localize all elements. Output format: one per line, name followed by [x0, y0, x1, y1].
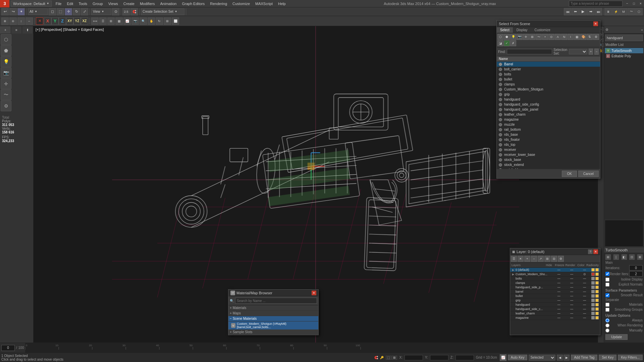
create-shapes-btn[interactable]: ⬟ — [1, 45, 11, 56]
menu-graph-editors[interactable]: Graph Editors — [179, 0, 207, 7]
smooth-result-check[interactable] — [605, 293, 609, 297]
ss-shape-btn[interactable]: ⬟ — [504, 34, 510, 40]
when-rendering-radio[interactable] — [605, 323, 609, 327]
menu-help[interactable]: Help — [275, 0, 288, 7]
prop-btn-3[interactable]: ◧ — [622, 254, 627, 260]
always-radio[interactable] — [605, 318, 609, 322]
render-iters-check[interactable] — [605, 272, 609, 276]
close-button[interactable]: × — [638, 1, 644, 7]
mat-section-materials[interactable]: + Materials — [228, 305, 318, 311]
axis-yz-btn[interactable]: YZ — [73, 17, 81, 25]
layer-item-clamps[interactable]: clamps — — — — [510, 281, 600, 285]
ss-bone-btn[interactable]: ⊙ — [548, 34, 554, 40]
layer-manager-btn[interactable]: ▦ — [115, 17, 123, 25]
ss-select-btn[interactable]: ✓ — [504, 40, 510, 46]
layer-item-custom-shotgun[interactable]: ▶ Custom_Modern_Sho... — — ⊙ — [510, 272, 600, 277]
sidebar-tab-modify[interactable]: ≡ — [11, 26, 22, 34]
scene-item-custom-shotgun[interactable]: Custom_Modern_Shotgun — [497, 87, 600, 92]
scene-item-receiver-lower[interactable]: receiver_lower_base — [497, 152, 600, 157]
material-browser-close[interactable]: ✕ — [312, 291, 316, 295]
create-lights-btn[interactable]: 💡 — [1, 56, 11, 67]
menu-rendering[interactable]: Rendering — [207, 0, 230, 7]
layers-settings-btn[interactable]: ⚙ — [558, 256, 564, 262]
create-geometry-btn[interactable]: ⬡ — [1, 34, 11, 45]
curve-editor-btn[interactable]: 〜 — [628, 8, 635, 15]
next-key-btn[interactable]: ▶ — [564, 355, 570, 361]
create-spacewarps-btn[interactable]: 〜 — [1, 89, 11, 100]
next-frame-btn[interactable]: ➡ — [587, 8, 594, 15]
x-coord[interactable] — [405, 355, 423, 360]
ss-none-btn[interactable]: N — [561, 34, 567, 40]
menu-edit[interactable]: Edit — [64, 0, 76, 7]
selection-set-dropdown[interactable]: Create Selection Set ▼ — [141, 8, 184, 15]
select-tab-customize[interactable]: Customize — [531, 27, 554, 33]
layers-select-btn[interactable]: ↗ — [538, 256, 544, 262]
scale-btn[interactable]: ⤢ — [81, 8, 88, 15]
object-name-field[interactable] — [605, 35, 643, 41]
scene-item-rds-fixator[interactable]: rds_fixator — [497, 137, 600, 142]
quick-render-btn[interactable]: ⚡ — [612, 8, 620, 15]
render-setup-btn[interactable]: 🖥 — [604, 8, 612, 15]
layers-delete-btn[interactable]: ✕ — [518, 256, 524, 262]
layers-add-btn[interactable]: + — [524, 256, 530, 262]
layers-expand-btn[interactable]: ⊞ — [544, 256, 550, 262]
layer-item-handguard[interactable]: handguard — — — — [510, 303, 600, 307]
prop-btn-5[interactable]: ⊠ — [637, 254, 643, 260]
view-dropdown[interactable]: View ▼ — [91, 8, 111, 15]
capture-btn[interactable]: 📷 — [131, 17, 139, 25]
menu-animation[interactable]: Animation — [158, 0, 179, 7]
find-input[interactable] — [507, 49, 552, 54]
select-scene-dialog-header[interactable]: Select From Scene ✕ — [497, 20, 600, 27]
viewport-nav-btn1[interactable]: ⊕ — [1, 17, 9, 25]
scene-item-stock-base[interactable]: stock_base — [497, 157, 600, 162]
select-tab-select[interactable]: Select — [497, 27, 513, 33]
go-end-btn[interactable]: ⏭ — [595, 8, 602, 15]
magnify-btn[interactable]: 🔍 — [140, 17, 147, 25]
rotate-view-btn[interactable]: ↻ — [156, 17, 163, 25]
ss-icon-btn[interactable]: ◪ — [497, 40, 503, 46]
schematic-view-btn[interactable]: ⬡ — [635, 8, 643, 15]
scene-item-magazine[interactable]: magazine — [497, 117, 600, 122]
mat-active-item[interactable]: V Custom_Modern_Shotgun (VRayMtl) [barre… — [228, 321, 318, 329]
ss-light-btn[interactable]: 💡 — [510, 34, 516, 40]
selected-dropdown[interactable]: Selected — [529, 355, 555, 361]
scene-item-stock-extend[interactable]: stock_extend — [497, 162, 600, 167]
selection-set-dropdown[interactable] — [569, 49, 587, 54]
pan-btn[interactable]: ✋ — [148, 17, 155, 25]
deselect-btn[interactable]: ✕ — [36, 17, 43, 25]
material-browser-header[interactable]: M Material/Map Browser ✕ — [228, 290, 318, 296]
ss-helper-btn[interactable]: ✛ — [523, 34, 529, 40]
select-tab-display[interactable]: Display — [513, 27, 531, 33]
layer-item-barrel[interactable]: barrel — — — — [510, 290, 600, 294]
mat-section-scene[interactable]: − Scene Materials — [228, 316, 318, 321]
layer-item-hg-side-c[interactable]: handguard_side_c... — — — — [510, 307, 600, 311]
key-filters-button[interactable]: Key Filters... — [618, 355, 643, 360]
pivot-btn[interactable]: ⊙ — [112, 8, 119, 15]
mini-curve-editor-btn[interactable]: 📈 — [500, 354, 506, 361]
scene-item-rds-base[interactable]: rds_base — [497, 132, 600, 137]
menu-modifiers[interactable]: Modifiers — [137, 0, 158, 7]
iterations-input[interactable] — [629, 265, 643, 270]
smoothing-groups-check[interactable] — [605, 308, 609, 312]
create-systems-btn[interactable]: ⚙ — [1, 101, 11, 111]
layer-item-grip[interactable]: grip — — — — [510, 298, 600, 303]
render-iters-input[interactable] — [629, 271, 643, 277]
materials-check[interactable] — [605, 303, 609, 307]
viewport-nav-btn3[interactable]: ↕ — [17, 17, 25, 25]
create-cameras-btn[interactable]: 📷 — [1, 67, 11, 78]
snap-btn[interactable]: 2.5 — [122, 8, 130, 15]
ss-color-btn[interactable]: 🎨 — [580, 34, 586, 40]
prop-btn-2[interactable]: | — [613, 254, 619, 260]
select-region-btn[interactable]: ⬚ — [57, 8, 64, 15]
menu-tools[interactable]: Tools — [76, 0, 90, 7]
axis-xy-btn[interactable]: XY — [66, 17, 73, 25]
scene-item-bullet[interactable]: bullet — [497, 77, 600, 82]
axis-xz-btn[interactable]: XZ — [81, 17, 88, 25]
scene-item-handguard-panel[interactable]: handguard_side_panel — [497, 107, 600, 112]
scene-item-handguard[interactable]: handguard — [497, 97, 600, 102]
explicit-normals-check[interactable] — [605, 283, 609, 287]
align-btn[interactable]: ☰ — [99, 17, 107, 25]
menu-maxscript[interactable]: MAXScript — [253, 0, 275, 7]
update-button[interactable]: Update — [605, 334, 628, 340]
layer-item-magazine[interactable]: magazine — — — — [510, 316, 600, 320]
